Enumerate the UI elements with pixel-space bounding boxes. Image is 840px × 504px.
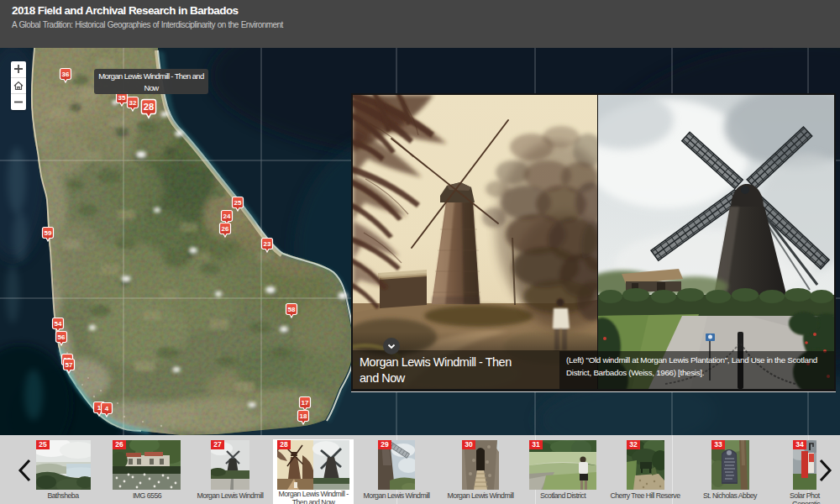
svg-text:57: 57 bbox=[66, 361, 73, 369]
svg-text:26: 26 bbox=[222, 225, 229, 233]
svg-text:25: 25 bbox=[234, 199, 242, 207]
svg-text:58: 58 bbox=[288, 306, 296, 313]
svg-text:36: 36 bbox=[62, 71, 70, 78]
svg-text:4: 4 bbox=[105, 405, 109, 412]
svg-text:24: 24 bbox=[223, 213, 231, 220]
svg-text:17: 17 bbox=[302, 399, 309, 407]
svg-text:32: 32 bbox=[129, 99, 137, 107]
svg-text:56: 56 bbox=[58, 333, 66, 341]
svg-text:35: 35 bbox=[118, 94, 126, 102]
svg-text:23: 23 bbox=[264, 240, 271, 248]
svg-text:18: 18 bbox=[300, 412, 307, 420]
svg-text:28: 28 bbox=[144, 102, 154, 112]
svg-text:54: 54 bbox=[55, 320, 62, 328]
svg-text:59: 59 bbox=[45, 229, 52, 237]
